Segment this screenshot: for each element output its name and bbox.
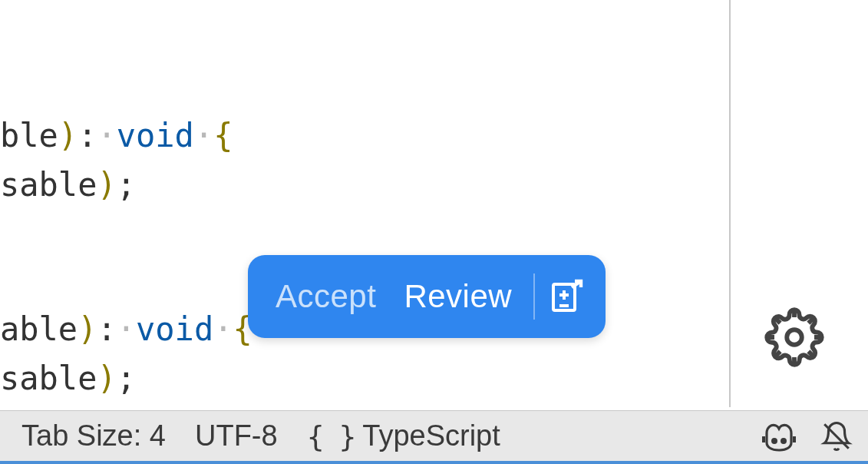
- accept-button[interactable]: Accept: [262, 278, 390, 315]
- code-whitespace: ·: [194, 117, 213, 154]
- code-token: ble: [0, 117, 58, 154]
- code-token: :: [78, 117, 97, 154]
- code-line: able):·void·{: [0, 305, 252, 353]
- review-button[interactable]: Review: [390, 278, 526, 315]
- status-bar: Tab Size: 4 UTF-8 { } TypeScript: [0, 410, 868, 464]
- svg-point-5: [773, 439, 777, 442]
- svg-point-4: [787, 330, 802, 345]
- toolbar-divider: [533, 273, 535, 320]
- bell-muted-icon[interactable]: [820, 418, 853, 455]
- code-token: sable: [0, 166, 97, 204]
- status-tab-size[interactable]: Tab Size: 4: [8, 419, 180, 452]
- inline-suggestion-toolbar: Accept Review: [248, 255, 606, 338]
- code-token: able: [0, 310, 78, 348]
- braces-icon: { }: [307, 419, 355, 453]
- code-line: sable);: [0, 354, 136, 403]
- code-token: ;: [117, 166, 136, 204]
- settings-gear-icon[interactable]: [764, 307, 824, 367]
- status-encoding[interactable]: UTF-8: [181, 419, 292, 452]
- code-token: ): [78, 310, 97, 348]
- code-whitespace: ·: [213, 310, 233, 348]
- status-language[interactable]: { } TypeScript: [293, 419, 514, 453]
- status-label: UTF-8: [195, 419, 278, 452]
- status-label: TypeScript: [362, 419, 500, 452]
- code-token: ;: [117, 360, 136, 397]
- code-token: sable: [0, 360, 97, 397]
- code-line: ble):·void·{: [0, 111, 233, 160]
- new-file-icon[interactable]: [547, 278, 584, 315]
- code-token: ): [97, 166, 116, 204]
- code-keyword: void: [136, 310, 213, 348]
- code-editor[interactable]: ble):·void·{ sable); able):·void·{ sable…: [0, 0, 868, 407]
- code-whitespace: ·: [97, 117, 116, 154]
- code-whitespace: ·: [117, 310, 136, 348]
- status-label: Tab Size: 4: [21, 419, 166, 452]
- code-line: sable);: [0, 161, 136, 209]
- code-token: {: [213, 117, 233, 154]
- svg-point-6: [782, 439, 786, 442]
- code-token: ): [97, 360, 116, 397]
- editor-ruler: [729, 0, 731, 407]
- code-token: ): [58, 117, 78, 154]
- code-token: :: [97, 310, 116, 348]
- copilot-icon[interactable]: [761, 419, 797, 453]
- code-keyword: void: [117, 117, 194, 154]
